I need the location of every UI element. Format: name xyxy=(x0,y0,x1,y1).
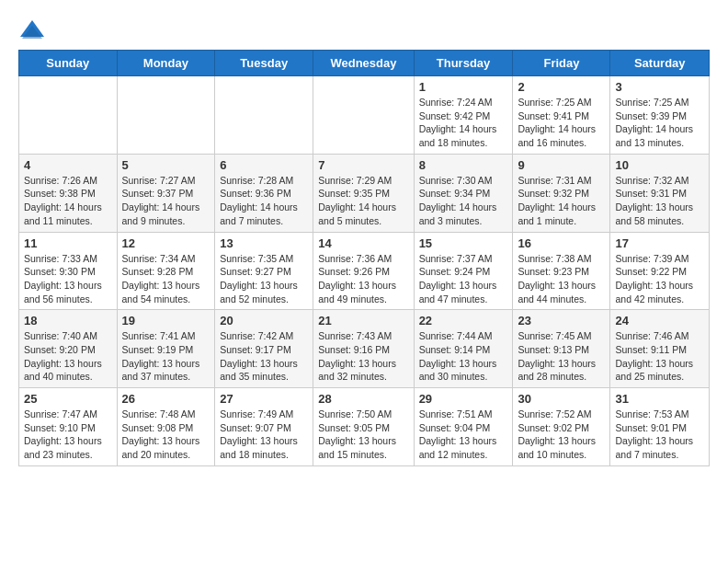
day-number: 28 xyxy=(318,392,408,406)
day-number: 15 xyxy=(419,236,508,250)
day-number: 17 xyxy=(615,236,704,250)
day-info: Sunrise: 7:38 AM Sunset: 9:23 PM Dayligh… xyxy=(518,252,605,306)
calendar-day: 9Sunrise: 7:31 AM Sunset: 9:32 PM Daylig… xyxy=(513,154,610,232)
day-header-monday: Monday xyxy=(117,51,215,76)
day-number: 30 xyxy=(518,392,605,406)
day-info: Sunrise: 7:32 AM Sunset: 9:31 PM Dayligh… xyxy=(615,174,704,228)
calendar-day: 24Sunrise: 7:46 AM Sunset: 9:11 PM Dayli… xyxy=(610,310,710,388)
calendar-day: 11Sunrise: 7:33 AM Sunset: 9:30 PM Dayli… xyxy=(19,232,118,310)
calendar-day xyxy=(117,76,215,155)
day-info: Sunrise: 7:29 AM Sunset: 9:35 PM Dayligh… xyxy=(318,174,408,228)
calendar-day xyxy=(19,76,118,155)
calendar-day: 10Sunrise: 7:32 AM Sunset: 9:31 PM Dayli… xyxy=(610,154,710,232)
day-number: 8 xyxy=(419,158,508,172)
calendar-day: 7Sunrise: 7:29 AM Sunset: 9:35 PM Daylig… xyxy=(313,154,414,232)
calendar-week-4: 18Sunrise: 7:40 AM Sunset: 9:20 PM Dayli… xyxy=(19,310,710,388)
calendar-day: 20Sunrise: 7:42 AM Sunset: 9:17 PM Dayli… xyxy=(215,310,313,388)
calendar-day: 2Sunrise: 7:25 AM Sunset: 9:41 PM Daylig… xyxy=(513,76,610,155)
day-info: Sunrise: 7:42 AM Sunset: 9:17 PM Dayligh… xyxy=(220,329,308,384)
day-number: 3 xyxy=(615,80,704,94)
day-info: Sunrise: 7:50 AM Sunset: 9:05 PM Dayligh… xyxy=(318,408,408,462)
calendar-day: 1Sunrise: 7:24 AM Sunset: 9:42 PM Daylig… xyxy=(414,76,513,155)
calendar-week-2: 4Sunrise: 7:26 AM Sunset: 9:38 PM Daylig… xyxy=(19,154,710,232)
day-number: 6 xyxy=(220,158,308,172)
day-info: Sunrise: 7:53 AM Sunset: 9:01 PM Dayligh… xyxy=(615,408,704,462)
calendar-day: 13Sunrise: 7:35 AM Sunset: 9:27 PM Dayli… xyxy=(215,232,313,310)
day-info: Sunrise: 7:33 AM Sunset: 9:30 PM Dayligh… xyxy=(24,252,112,306)
calendar-day: 12Sunrise: 7:34 AM Sunset: 9:28 PM Dayli… xyxy=(117,232,215,310)
calendar-day: 4Sunrise: 7:26 AM Sunset: 9:38 PM Daylig… xyxy=(19,154,118,232)
day-info: Sunrise: 7:43 AM Sunset: 9:16 PM Dayligh… xyxy=(318,329,408,384)
day-number: 24 xyxy=(615,314,704,327)
calendar-day: 15Sunrise: 7:37 AM Sunset: 9:24 PM Dayli… xyxy=(414,232,513,310)
day-number: 5 xyxy=(122,158,210,172)
day-header-sunday: Sunday xyxy=(19,51,118,76)
day-number: 4 xyxy=(24,158,112,172)
day-number: 11 xyxy=(24,236,112,250)
day-info: Sunrise: 7:24 AM Sunset: 9:42 PM Dayligh… xyxy=(419,96,508,150)
calendar-day: 30Sunrise: 7:52 AM Sunset: 9:02 PM Dayli… xyxy=(513,388,610,466)
day-header-saturday: Saturday xyxy=(610,51,710,76)
day-info: Sunrise: 7:47 AM Sunset: 9:10 PM Dayligh… xyxy=(24,408,112,462)
day-info: Sunrise: 7:25 AM Sunset: 9:39 PM Dayligh… xyxy=(615,96,704,150)
day-number: 1 xyxy=(419,80,508,94)
day-number: 18 xyxy=(24,314,112,327)
calendar-day xyxy=(215,76,313,155)
calendar-day: 3Sunrise: 7:25 AM Sunset: 9:39 PM Daylig… xyxy=(610,76,710,155)
day-info: Sunrise: 7:25 AM Sunset: 9:41 PM Dayligh… xyxy=(518,96,605,150)
day-number: 27 xyxy=(220,392,308,406)
calendar-day: 21Sunrise: 7:43 AM Sunset: 9:16 PM Dayli… xyxy=(313,310,414,388)
calendar-day: 6Sunrise: 7:28 AM Sunset: 9:36 PM Daylig… xyxy=(215,154,313,232)
day-info: Sunrise: 7:41 AM Sunset: 9:19 PM Dayligh… xyxy=(122,329,210,384)
calendar-day: 17Sunrise: 7:39 AM Sunset: 9:22 PM Dayli… xyxy=(610,232,710,310)
day-info: Sunrise: 7:36 AM Sunset: 9:26 PM Dayligh… xyxy=(318,252,408,306)
day-header-row: SundayMondayTuesdayWednesdayThursdayFrid… xyxy=(19,51,710,76)
calendar-day: 18Sunrise: 7:40 AM Sunset: 9:20 PM Dayli… xyxy=(19,310,118,388)
day-number: 16 xyxy=(518,236,605,250)
day-number: 2 xyxy=(518,80,605,94)
calendar-day: 29Sunrise: 7:51 AM Sunset: 9:04 PM Dayli… xyxy=(414,388,513,466)
calendar-day: 25Sunrise: 7:47 AM Sunset: 9:10 PM Dayli… xyxy=(19,388,118,466)
day-info: Sunrise: 7:34 AM Sunset: 9:28 PM Dayligh… xyxy=(122,252,210,306)
calendar-day: 26Sunrise: 7:48 AM Sunset: 9:08 PM Dayli… xyxy=(117,388,215,466)
calendar-week-5: 25Sunrise: 7:47 AM Sunset: 9:10 PM Dayli… xyxy=(19,388,710,466)
calendar-day: 23Sunrise: 7:45 AM Sunset: 9:13 PM Dayli… xyxy=(513,310,610,388)
logo xyxy=(18,18,50,40)
calendar-day: 8Sunrise: 7:30 AM Sunset: 9:34 PM Daylig… xyxy=(414,154,513,232)
day-info: Sunrise: 7:52 AM Sunset: 9:02 PM Dayligh… xyxy=(518,408,605,462)
day-number: 31 xyxy=(615,392,704,406)
day-info: Sunrise: 7:44 AM Sunset: 9:14 PM Dayligh… xyxy=(419,329,508,384)
day-number: 21 xyxy=(318,314,408,327)
calendar-day: 31Sunrise: 7:53 AM Sunset: 9:01 PM Dayli… xyxy=(610,388,710,466)
calendar-day: 16Sunrise: 7:38 AM Sunset: 9:23 PM Dayli… xyxy=(513,232,610,310)
day-number: 7 xyxy=(318,158,408,172)
day-info: Sunrise: 7:39 AM Sunset: 9:22 PM Dayligh… xyxy=(615,252,704,306)
day-number: 12 xyxy=(122,236,210,250)
calendar-day xyxy=(313,76,414,155)
day-info: Sunrise: 7:37 AM Sunset: 9:24 PM Dayligh… xyxy=(419,252,508,306)
logo-icon xyxy=(18,18,46,40)
page-header xyxy=(18,18,710,40)
calendar-day: 27Sunrise: 7:49 AM Sunset: 9:07 PM Dayli… xyxy=(215,388,313,466)
calendar-day: 5Sunrise: 7:27 AM Sunset: 9:37 PM Daylig… xyxy=(117,154,215,232)
day-number: 25 xyxy=(24,392,112,406)
day-info: Sunrise: 7:45 AM Sunset: 9:13 PM Dayligh… xyxy=(518,329,605,384)
day-info: Sunrise: 7:31 AM Sunset: 9:32 PM Dayligh… xyxy=(518,174,605,228)
day-info: Sunrise: 7:28 AM Sunset: 9:36 PM Dayligh… xyxy=(220,174,308,228)
day-number: 13 xyxy=(220,236,308,250)
day-number: 20 xyxy=(220,314,308,327)
day-number: 14 xyxy=(318,236,408,250)
day-info: Sunrise: 7:51 AM Sunset: 9:04 PM Dayligh… xyxy=(419,408,508,462)
day-header-thursday: Thursday xyxy=(414,51,513,76)
day-number: 19 xyxy=(122,314,210,327)
day-number: 9 xyxy=(518,158,605,172)
day-header-friday: Friday xyxy=(513,51,610,76)
day-number: 22 xyxy=(419,314,508,327)
day-info: Sunrise: 7:48 AM Sunset: 9:08 PM Dayligh… xyxy=(122,408,210,462)
day-number: 26 xyxy=(122,392,210,406)
calendar-week-3: 11Sunrise: 7:33 AM Sunset: 9:30 PM Dayli… xyxy=(19,232,710,310)
day-header-tuesday: Tuesday xyxy=(215,51,313,76)
calendar-day: 14Sunrise: 7:36 AM Sunset: 9:26 PM Dayli… xyxy=(313,232,414,310)
day-info: Sunrise: 7:30 AM Sunset: 9:34 PM Dayligh… xyxy=(419,174,508,228)
day-number: 29 xyxy=(419,392,508,406)
